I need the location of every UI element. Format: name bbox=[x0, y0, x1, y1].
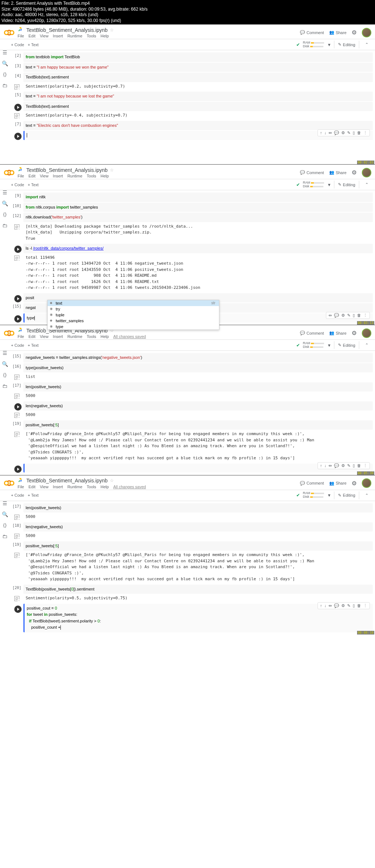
connect-dropdown[interactable]: ▼ bbox=[327, 343, 331, 347]
run-button[interactable] bbox=[12, 102, 23, 111]
move-down-icon[interactable]: ↓ bbox=[324, 130, 327, 135]
menu-tools[interactable]: Tools bbox=[87, 334, 96, 339]
link-icon[interactable]: ⇔ bbox=[328, 130, 333, 135]
menu-insert[interactable]: Insert bbox=[53, 485, 63, 489]
mirror-icon[interactable]: ▯ bbox=[352, 313, 356, 318]
menu-tools[interactable]: Tools bbox=[87, 34, 96, 38]
link-icon[interactable]: ⇔ bbox=[328, 313, 333, 318]
toc-icon[interactable]: ☰ bbox=[3, 190, 7, 195]
doc-title[interactable]: TextBlob_Sentiment_Analysis.ipynb☆ bbox=[18, 167, 300, 173]
run-button[interactable] bbox=[12, 313, 23, 323]
search-icon[interactable]: 🔍 bbox=[2, 201, 8, 206]
collapse-button[interactable]: ⌃ bbox=[362, 41, 371, 48]
comment-button[interactable]: 💬Comment bbox=[300, 30, 324, 35]
search-icon[interactable]: 🔍 bbox=[2, 361, 8, 367]
edit-icon[interactable]: ✎ bbox=[346, 603, 351, 608]
avatar[interactable] bbox=[362, 28, 371, 37]
menu-help[interactable]: Help bbox=[101, 485, 109, 489]
code-cell[interactable]: positive_tweets[:5] bbox=[23, 420, 373, 430]
comment-button[interactable]: 💬Comment bbox=[300, 481, 324, 486]
more-icon[interactable]: ⋮ bbox=[363, 130, 368, 135]
menu-edit[interactable]: Edit bbox=[29, 485, 36, 489]
snippets-icon[interactable]: ⟨⟩ bbox=[3, 212, 7, 217]
code-cell[interactable]: type(positive_tweets) bbox=[23, 363, 373, 373]
menu-runtime[interactable]: Runtime bbox=[67, 34, 82, 38]
star-icon[interactable]: ☆ bbox=[110, 168, 114, 173]
menu-edit[interactable]: Edit bbox=[29, 34, 36, 38]
files-icon[interactable]: 🗀 bbox=[2, 383, 7, 389]
code-cell[interactable]: nltk.download('twitter_samples') bbox=[23, 213, 373, 222]
connect-dropdown[interactable]: ▼ bbox=[327, 43, 331, 47]
gear-icon[interactable]: ⚙ bbox=[352, 29, 357, 36]
snippets-icon[interactable]: ⟨⟩ bbox=[3, 71, 7, 77]
code-cell[interactable]: text = "I am not happy because we lost t… bbox=[23, 92, 373, 101]
comment-cell-icon[interactable]: 💬 bbox=[333, 463, 340, 468]
ram-disk-indicator[interactable]: RAM Disk bbox=[303, 492, 324, 499]
add-code-button[interactable]: + Code bbox=[11, 183, 24, 187]
code-cell[interactable]: text = "I am happy because we won the ga… bbox=[23, 63, 373, 72]
delete-icon[interactable]: 🗑 bbox=[356, 463, 362, 468]
menu-edit[interactable]: Edit bbox=[29, 334, 36, 339]
link-icon[interactable]: ⇔ bbox=[328, 463, 333, 468]
run-button[interactable] bbox=[12, 293, 23, 302]
menu-help[interactable]: Help bbox=[101, 174, 109, 178]
doc-title[interactable]: TextBlob_Sentiment_Analysis.ipynb ☆ bbox=[18, 27, 300, 33]
more-icon[interactable]: ⋮ bbox=[363, 463, 368, 468]
code-cell[interactable]: from nltk.corpus import twitter_samples bbox=[23, 203, 373, 212]
share-button[interactable]: 👥Share bbox=[329, 331, 346, 335]
mirror-icon[interactable]: ▯ bbox=[352, 463, 356, 468]
star-icon[interactable]: ☆ bbox=[110, 478, 114, 483]
run-button[interactable] bbox=[12, 604, 23, 613]
move-up-icon[interactable]: ↑ bbox=[319, 463, 323, 468]
autocomplete-item[interactable]: ◉tuple bbox=[48, 312, 219, 318]
code-cell[interactable]: positive_tweets[:5] bbox=[23, 541, 373, 551]
edit-icon[interactable]: ✎ bbox=[346, 313, 351, 318]
snippets-icon[interactable]: ⟨⟩ bbox=[3, 372, 7, 378]
share-button[interactable]: 👥Share bbox=[329, 481, 346, 486]
collapse-button[interactable]: ⌃ bbox=[362, 492, 371, 499]
settings-icon[interactable]: ⚙ bbox=[341, 463, 346, 468]
snippets-icon[interactable]: ⟨⟩ bbox=[3, 522, 7, 528]
add-code-button[interactable]: + Code bbox=[11, 493, 24, 497]
comment-button[interactable]: 💬Comment bbox=[300, 331, 324, 335]
add-text-button[interactable]: + Text bbox=[28, 43, 38, 47]
mirror-icon[interactable]: ▯ bbox=[352, 603, 356, 608]
connect-dropdown[interactable]: ▼ bbox=[327, 183, 331, 187]
star-icon[interactable]: ☆ bbox=[110, 27, 114, 33]
avatar[interactable] bbox=[362, 328, 371, 338]
menu-edit[interactable]: Edit bbox=[29, 174, 36, 178]
edit-icon[interactable]: ✎ bbox=[346, 130, 351, 135]
settings-icon[interactable]: ⚙ bbox=[341, 313, 346, 318]
ram-disk-indicator[interactable]: RAM Disk bbox=[303, 41, 324, 48]
move-down-icon[interactable]: ↓ bbox=[324, 603, 327, 608]
files-icon[interactable]: 🗀 bbox=[2, 222, 7, 228]
menu-runtime[interactable]: Runtime bbox=[67, 334, 82, 339]
autocomplete-item[interactable]: ◉type bbox=[48, 324, 219, 330]
menu-view[interactable]: View bbox=[40, 485, 49, 489]
delete-icon[interactable]: 🗑 bbox=[356, 313, 362, 318]
add-code-button[interactable]: + Code bbox=[11, 43, 24, 47]
code-cell[interactable]: len(positive_tweets) bbox=[23, 503, 373, 513]
code-cell[interactable]: ls -l /root/nltk_data/corpora/twitter_sa… bbox=[23, 244, 373, 253]
move-down-icon[interactable]: ↓ bbox=[324, 463, 327, 468]
editing-button[interactable]: ✎Editing bbox=[334, 181, 359, 188]
collapse-button[interactable]: ⌃ bbox=[362, 341, 371, 349]
add-text-button[interactable]: + Text bbox=[28, 343, 38, 347]
ram-disk-indicator[interactable]: RAM Disk bbox=[303, 181, 324, 188]
share-button[interactable]: 👥Share bbox=[329, 170, 346, 175]
edit-icon[interactable]: ✎ bbox=[346, 463, 351, 468]
more-icon[interactable]: ⋮ bbox=[363, 603, 368, 608]
autocomplete-item[interactable]: ◉try bbox=[48, 306, 219, 312]
settings-icon[interactable]: ⚙ bbox=[341, 130, 346, 135]
search-icon[interactable]: 🔍 bbox=[2, 511, 8, 517]
comment-cell-icon[interactable]: 💬 bbox=[333, 313, 340, 318]
menu-file[interactable]: File bbox=[18, 485, 24, 489]
menu-insert[interactable]: Insert bbox=[53, 334, 63, 339]
menu-runtime[interactable]: Runtime bbox=[67, 174, 82, 178]
comment-button[interactable]: 💬Comment bbox=[300, 170, 324, 175]
search-icon[interactable]: 🔍 bbox=[2, 60, 8, 66]
doc-title[interactable]: TextBlob_Sentiment_Analysis.ipynb☆ bbox=[18, 478, 300, 484]
menu-view[interactable]: View bbox=[40, 334, 49, 339]
code-cell[interactable]: len(positive_tweets) bbox=[23, 382, 373, 392]
menu-file[interactable]: File bbox=[18, 174, 24, 178]
